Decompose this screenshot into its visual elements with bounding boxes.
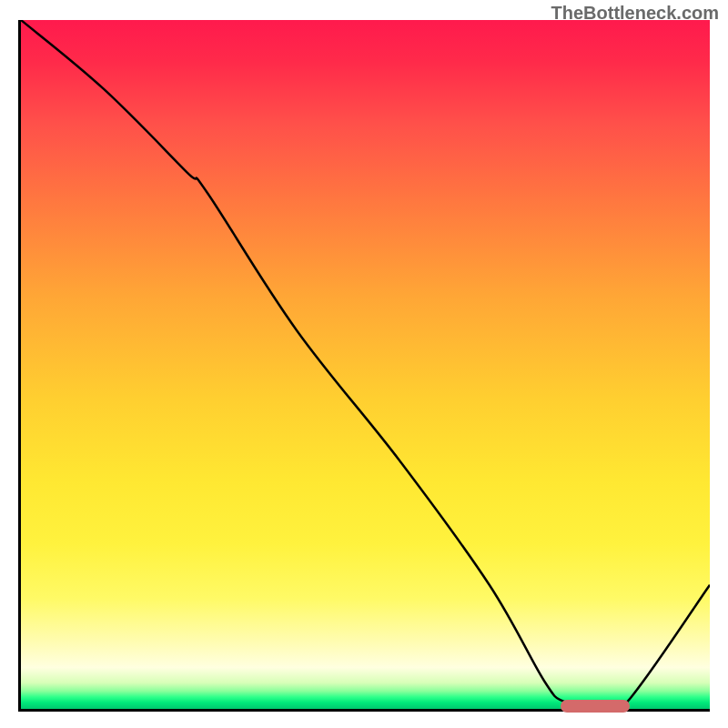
curve-layer xyxy=(21,20,710,709)
optimal-range-marker xyxy=(561,700,630,713)
watermark-text: TheBottleneck.com xyxy=(551,3,719,24)
plot-area xyxy=(18,20,710,712)
bottleneck-curve xyxy=(21,20,710,709)
